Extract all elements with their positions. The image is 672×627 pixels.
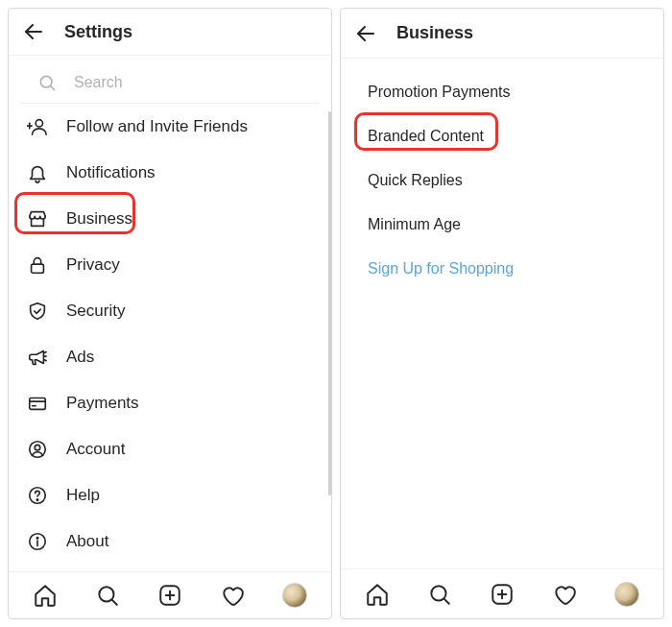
back-arrow-icon: [354, 22, 377, 45]
settings-item-label: Follow and Invite Friends: [66, 117, 248, 136]
shield-icon: [26, 300, 49, 323]
logins-section-header: Logins: [9, 565, 331, 571]
nav-home[interactable]: [26, 576, 64, 615]
account-icon: [26, 438, 49, 461]
business-item-promotion-payments[interactable]: Promotion Payments: [341, 70, 663, 114]
nav-activity[interactable]: [213, 576, 252, 615]
add-person-icon: [26, 115, 49, 138]
business-list: Promotion Payments Branded Content Quick…: [341, 60, 663, 291]
svg-line-2: [51, 85, 55, 89]
nav-add[interactable]: [151, 576, 189, 615]
search-input[interactable]: Search: [20, 61, 320, 104]
settings-content: Search Follow and Invite Friends Notific…: [9, 56, 331, 571]
svg-point-3: [36, 120, 42, 127]
settings-item-help[interactable]: Help: [9, 472, 331, 518]
business-item-sign-up-shopping[interactable]: Sign Up for Shopping: [341, 247, 663, 291]
nav-search[interactable]: [88, 576, 127, 615]
settings-item-label: Security: [66, 301, 125, 321]
lock-icon: [26, 253, 49, 277]
settings-item-follow-invite[interactable]: Follow and Invite Friends: [9, 104, 331, 150]
back-button[interactable]: [352, 20, 379, 47]
bell-icon: [26, 161, 49, 184]
back-button[interactable]: [20, 18, 47, 45]
card-icon: [26, 392, 49, 415]
heart-icon: [552, 582, 577, 607]
settings-item-security[interactable]: Security: [9, 288, 331, 334]
home-icon: [365, 582, 390, 607]
bottom-nav: [341, 568, 663, 618]
business-item-label: Quick Replies: [368, 172, 463, 189]
settings-item-label: Privacy: [66, 255, 120, 275]
nav-profile[interactable]: [276, 576, 314, 615]
header-title: Settings: [64, 22, 132, 42]
settings-item-label: Payments: [66, 394, 139, 413]
info-icon: [26, 530, 49, 553]
bottom-nav: [9, 571, 331, 618]
settings-screen: Settings Search Follow and Invite Friend…: [8, 8, 332, 619]
settings-item-label: Ads: [66, 348, 94, 367]
business-item-quick-replies[interactable]: Quick Replies: [341, 158, 663, 203]
header-title: Business: [396, 23, 473, 43]
svg-point-11: [35, 445, 40, 450]
svg-point-13: [36, 499, 37, 500]
settings-item-business[interactable]: Business: [9, 196, 331, 242]
settings-header: Settings: [9, 9, 331, 56]
settings-item-label: About: [66, 532, 108, 551]
settings-item-privacy[interactable]: Privacy: [9, 242, 331, 288]
svg-point-15: [36, 538, 37, 539]
business-item-label: Minimum Age: [368, 216, 461, 233]
svg-line-24: [444, 598, 449, 603]
svg-rect-6: [32, 264, 44, 273]
svg-rect-7: [30, 398, 46, 410]
nav-profile[interactable]: [608, 575, 646, 614]
storefront-icon: [26, 207, 49, 230]
heart-icon: [220, 583, 245, 608]
settings-item-ads[interactable]: Ads: [9, 334, 331, 380]
settings-item-account[interactable]: Account: [9, 426, 331, 472]
settings-list: Follow and Invite Friends Notifications …: [9, 104, 331, 571]
avatar-icon: [282, 583, 307, 608]
business-item-minimum-age[interactable]: Minimum Age: [341, 203, 663, 247]
settings-item-notifications[interactable]: Notifications: [9, 150, 331, 196]
settings-item-label: Notifications: [66, 163, 156, 182]
business-item-label: Sign Up for Shopping: [368, 260, 514, 277]
business-item-label: Branded Content: [368, 128, 484, 145]
settings-item-label: Help: [66, 486, 100, 505]
settings-item-label: Account: [66, 440, 125, 459]
search-icon: [95, 583, 120, 608]
home-icon: [33, 583, 58, 608]
search-placeholder: Search: [74, 74, 123, 91]
add-post-icon: [157, 583, 182, 608]
nav-home[interactable]: [358, 575, 396, 614]
settings-item-payments[interactable]: Payments: [9, 380, 331, 426]
search-icon: [37, 73, 57, 92]
svg-line-18: [112, 600, 117, 605]
business-screen: Business Promotion Payments Branded Cont…: [340, 8, 664, 619]
business-header: Business: [341, 9, 663, 59]
avatar-icon: [614, 582, 639, 607]
add-post-icon: [490, 582, 515, 607]
back-arrow-icon: [22, 20, 45, 43]
help-icon: [26, 484, 49, 507]
settings-item-label: Business: [66, 209, 132, 229]
search-icon: [427, 582, 452, 607]
nav-activity[interactable]: [545, 575, 584, 614]
megaphone-icon: [26, 346, 49, 369]
settings-item-about[interactable]: About: [9, 518, 331, 565]
business-item-label: Promotion Payments: [368, 84, 511, 101]
nav-add[interactable]: [483, 575, 521, 614]
business-content: Promotion Payments Branded Content Quick…: [341, 59, 663, 568]
business-item-branded-content[interactable]: Branded Content: [341, 114, 663, 158]
nav-search[interactable]: [420, 575, 459, 614]
